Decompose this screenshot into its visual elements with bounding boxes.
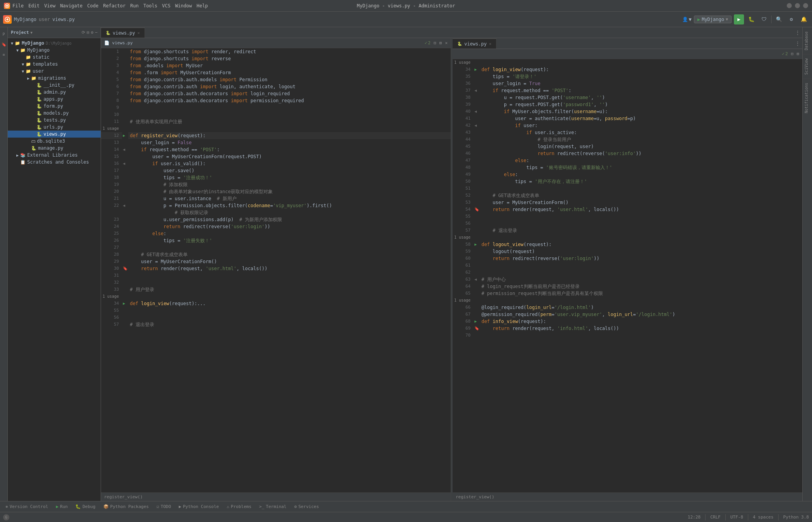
line-code[interactable]: if user: <box>480 122 802 129</box>
panel-sync-icon[interactable]: ⟳ <box>82 30 85 35</box>
line-code[interactable]: def info_view(request): <box>480 318 802 325</box>
tree-item-static[interactable]: 📁 static <box>8 54 101 61</box>
menu-file[interactable]: File <box>12 3 24 9</box>
line-code[interactable]: p = Permission.objects.filter(codename='… <box>128 202 451 209</box>
run-config-dropdown[interactable]: ▶ MyDjango ▼ <box>694 16 732 23</box>
tree-item-init[interactable]: 🐍 __init__.py <box>8 82 101 89</box>
line-code[interactable] <box>128 111 451 118</box>
tree-item-tests[interactable]: 🐍 tests.py <box>8 117 101 124</box>
line-code[interactable]: if request.method == 'POST': <box>480 87 802 94</box>
settings-btn[interactable]: ⚙ <box>786 14 796 24</box>
tree-item-form[interactable]: 🐍 form.py <box>8 103 101 110</box>
line-code[interactable] <box>128 244 451 251</box>
line-code[interactable]: @login_required(login_url='/login.html') <box>480 304 802 311</box>
tree-item-root[interactable]: ▼ 📁 MyDjango D:\MyDjango <box>8 40 101 47</box>
line-code[interactable] <box>480 220 802 227</box>
run-button[interactable]: ▶ <box>734 14 744 24</box>
status-charset[interactable]: UTF-8 <box>730 515 743 520</box>
line-code[interactable]: u = user.instance # 新用户 <box>128 195 451 202</box>
user-icon-btn[interactable]: 👤▼ <box>682 17 692 22</box>
line-code[interactable]: return render(request, 'user.html', loca… <box>128 265 451 272</box>
status-indent[interactable]: 4 spaces <box>753 515 774 520</box>
python-console-tab[interactable]: ▶ Python Console <box>175 503 223 511</box>
panel-dropdown-icon[interactable]: ▼ <box>30 31 32 35</box>
line-code[interactable] <box>480 213 802 220</box>
line-code[interactable]: # 获取权限记录 <box>128 209 451 216</box>
tree-item-scratches[interactable]: 📋 Scratches and Consoles <box>8 159 101 166</box>
line-code[interactable]: else: <box>480 157 802 164</box>
line-code[interactable]: from .models import MyUser <box>128 62 451 69</box>
notifications-btn[interactable]: 🔔 <box>799 14 809 24</box>
line-code[interactable]: # login_request判断当前用户是否已经登录 <box>480 283 802 290</box>
notifications-tab[interactable]: Notifications <box>803 79 812 117</box>
line-code[interactable]: # 用户中心 <box>480 276 802 283</box>
tab-close-icon[interactable]: ✕ <box>489 42 491 46</box>
line-code[interactable]: # 用户登录 <box>128 286 451 293</box>
left-expand-all[interactable]: ⊞ <box>439 40 442 45</box>
right-code-editor[interactable]: 1 usage 34▶def login_view(request): 35 t… <box>453 59 802 492</box>
line-code[interactable]: from django.contrib.auth.decorators impo… <box>128 97 451 104</box>
left-fold-all[interactable]: ⊟ <box>434 40 436 45</box>
run-gutter-icon[interactable]: ▶ <box>474 242 477 246</box>
line-code[interactable]: def login_view(request):... <box>128 300 451 307</box>
line-code[interactable]: else: <box>128 230 451 237</box>
line-code[interactable]: user.save() <box>128 167 451 174</box>
line-code[interactable] <box>480 185 802 192</box>
bookmarks-sidebar-icon[interactable]: 🔖 <box>0 40 8 48</box>
menu-run[interactable]: Run <box>130 3 139 9</box>
line-code[interactable]: return render(request, 'user.html', loca… <box>480 206 802 213</box>
database-tab[interactable]: Database <box>803 27 812 54</box>
run-tab[interactable]: ▶ Run <box>52 503 72 511</box>
line-code[interactable]: if user.is_valid(): <box>128 160 451 167</box>
tab-close-icon[interactable]: ✕ <box>138 31 140 35</box>
right-expand-controls[interactable]: ⊞ <box>796 51 799 56</box>
line-code[interactable]: tips = '用户不存在，请注册！' <box>480 178 802 185</box>
tree-item-views[interactable]: 🐍 views.py <box>8 131 101 138</box>
line-code[interactable]: # 使用表单实现用户注册 <box>128 118 451 125</box>
line-code[interactable]: u.user_permissions.add(p) # 为新用户添加权限 <box>128 216 451 223</box>
sciview-tab[interactable]: SciView <box>803 54 812 79</box>
menu-code[interactable]: Code <box>87 3 99 9</box>
line-code[interactable]: p = request.POST.get('password1', '') <box>480 101 802 108</box>
line-code[interactable]: def login_view(request): <box>480 66 802 73</box>
line-code[interactable]: tips = '注册成功！' <box>128 174 451 181</box>
line-code[interactable]: return render(request, 'info.html', loca… <box>480 325 802 332</box>
line-code[interactable]: if MyUser.objects.filter(username=u): <box>480 108 802 115</box>
line-code[interactable]: u = request.POST.get('username', '') <box>480 94 802 101</box>
line-code[interactable]: user_login = False <box>128 139 451 146</box>
line-code[interactable]: from django.contrib.auth.models import P… <box>128 76 451 83</box>
status-time[interactable]: 12:28 <box>688 515 700 520</box>
status-language[interactable]: Python 3.8 <box>783 515 809 520</box>
line-code[interactable] <box>128 279 451 286</box>
line-code[interactable]: # 添加权限 <box>128 181 451 188</box>
todo-tab[interactable]: ☑ TODO <box>153 503 175 511</box>
line-code[interactable]: from django.shortcuts import reverse <box>128 55 451 62</box>
line-code[interactable] <box>480 269 802 276</box>
file-tree[interactable]: ▼ 📁 MyDjango D:\MyDjango ▼ 📁 MyDjango 📁 … <box>8 38 101 501</box>
line-code[interactable]: return redirect(reverse('user:login')) <box>480 255 802 262</box>
line-code[interactable]: user = authenticate(username=u, password… <box>480 115 802 122</box>
tree-item-mydjango-sub[interactable]: ▼ 📁 MyDjango <box>8 47 101 54</box>
search-everywhere-btn[interactable]: 🔍 <box>774 14 784 24</box>
panel-collapse-icon[interactable]: ⊟ <box>87 30 89 35</box>
line-code[interactable]: tips = '账号密码错误，请重新输入！' <box>480 164 802 171</box>
menu-refactor[interactable]: Refactor <box>103 3 125 9</box>
line-code[interactable]: from django.contrib.auth import login, a… <box>128 83 451 90</box>
tree-item-urls[interactable]: 🐍 urls.py <box>8 124 101 131</box>
menu-view[interactable]: View <box>44 3 56 9</box>
line-code[interactable]: # 退出登录 <box>128 321 451 328</box>
line-code[interactable]: # GET请求生成空表单 <box>128 251 451 258</box>
menu-vcs[interactable]: VCS <box>162 3 171 9</box>
debug-tab[interactable]: 🐛 Debug <box>71 503 99 511</box>
right-fold-controls[interactable]: ⊟ <box>791 51 794 56</box>
run-gutter-icon[interactable]: ▶ <box>474 67 477 72</box>
run-gutter-icon[interactable]: ▶ <box>123 301 125 306</box>
tab-menu-button[interactable]: ⋮ <box>793 28 802 38</box>
line-code[interactable]: user = MyUserCreationForm(request.POST) <box>128 153 451 160</box>
right-tab-menu-button[interactable]: ⋮ <box>793 38 802 49</box>
tree-item-migrations[interactable]: ▶ 📁 migrations <box>8 75 101 82</box>
line-code[interactable]: if user.is_active: <box>480 129 802 136</box>
line-code[interactable]: # 退出登录 <box>480 227 802 234</box>
problems-tab[interactable]: ⚠ Problems <box>223 503 255 511</box>
panel-hide-icon[interactable]: − <box>95 30 98 35</box>
